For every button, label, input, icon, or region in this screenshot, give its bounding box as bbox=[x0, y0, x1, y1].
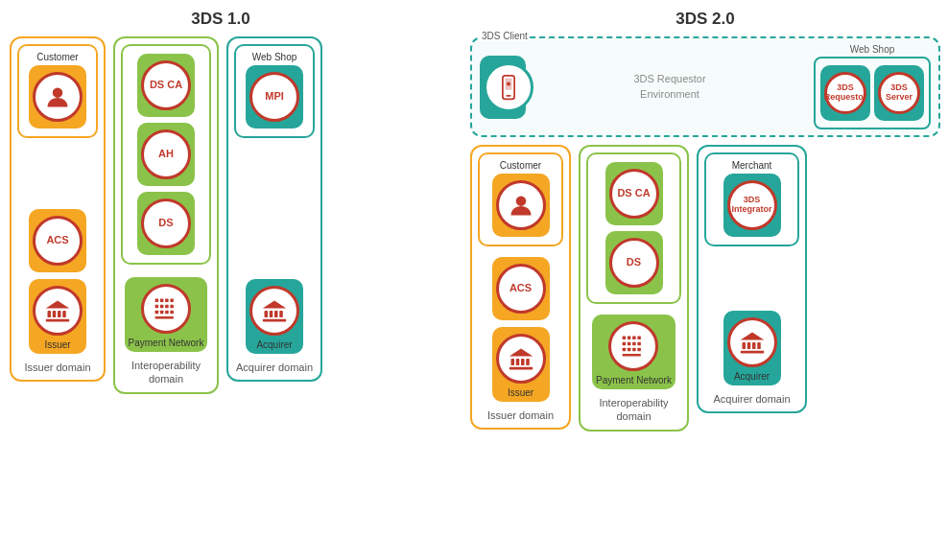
v2-env-label: 3DS Client bbox=[480, 31, 530, 41]
v2-interop-domain: DS CA DS bbox=[579, 145, 689, 432]
v2-integrator-icon: 3DSIntegrator bbox=[727, 180, 777, 230]
v1-interop-domain-label: Interoperability domain bbox=[121, 359, 211, 386]
v2-requestor-icon: 3DSRequestor bbox=[824, 72, 866, 114]
svg-rect-30 bbox=[510, 359, 514, 365]
v2-interop-domain-label: Interoperability domain bbox=[586, 396, 681, 424]
v1-payment-network-icon bbox=[141, 284, 191, 334]
svg-point-0 bbox=[53, 87, 63, 98]
v2-merchant-group: Merchant 3DSIntegrator bbox=[704, 152, 799, 246]
v2-webshop-container: Web Shop 3DSRequestor bbox=[814, 44, 931, 129]
v1-issuer-stack: ACS bbox=[17, 206, 98, 357]
v1-acs-icon-bg: ACS bbox=[29, 209, 86, 272]
v2-dsca-label: DS CA bbox=[617, 187, 650, 199]
v2-dsca-icon-bg: DS CA bbox=[605, 162, 663, 225]
svg-rect-33 bbox=[526, 359, 530, 365]
v1-issuer-text: Issuer bbox=[44, 339, 70, 350]
v2-server-label: 3DSServer bbox=[886, 83, 912, 103]
v1-ds-icon: DS bbox=[141, 198, 191, 248]
svg-marker-25 bbox=[263, 300, 287, 308]
v2-payment-network-label: Payment Network bbox=[596, 375, 672, 385]
svg-marker-54 bbox=[740, 332, 764, 339]
svg-rect-46 bbox=[633, 348, 637, 352]
svg-rect-39 bbox=[638, 337, 642, 340]
svg-rect-42 bbox=[633, 342, 637, 346]
svg-marker-35 bbox=[509, 349, 533, 357]
svg-rect-15 bbox=[155, 311, 159, 315]
svg-marker-6 bbox=[46, 300, 70, 308]
v2-phone-icon bbox=[484, 62, 533, 112]
v2-payment-network-icon bbox=[608, 321, 658, 371]
v2-issuer-domain-label: Issuer domain bbox=[487, 408, 554, 422]
v1-payment-network-icon-bg: Payment Network bbox=[125, 277, 208, 352]
svg-rect-49 bbox=[742, 342, 746, 349]
svg-rect-31 bbox=[515, 359, 519, 365]
v1-issuer-icon bbox=[33, 286, 83, 336]
svg-rect-12 bbox=[160, 305, 164, 309]
svg-rect-23 bbox=[279, 311, 283, 317]
svg-point-29 bbox=[515, 196, 526, 206]
v2-server-col: 3DSServer bbox=[874, 62, 924, 124]
v1-acs-label: ACS bbox=[46, 234, 68, 246]
v1-dsca-label: DS CA bbox=[150, 79, 182, 91]
svg-rect-3 bbox=[58, 311, 61, 317]
v2-issuer-domain: Customer ACS bbox=[470, 145, 571, 430]
v2-webshop-label: Web Shop bbox=[850, 44, 895, 55]
svg-rect-21 bbox=[270, 311, 273, 317]
svg-rect-18 bbox=[170, 311, 174, 315]
v2-acquirer-domain: Merchant 3DSIntegrator bbox=[697, 145, 807, 413]
v2-requestor-icon-bg: 3DSRequestor bbox=[820, 65, 870, 121]
svg-rect-19 bbox=[155, 316, 174, 319]
v1-acquirer-icon-bg: Acquirer bbox=[246, 279, 303, 354]
v1-acquirer-domain-label: Acquirer domain bbox=[236, 361, 313, 374]
v2-webshop-sub: 3DSRequestor 3DSServer bbox=[814, 57, 931, 129]
v2-phone-icon-bg bbox=[480, 56, 526, 119]
v1-webshop-group: Web Shop MPI bbox=[234, 44, 315, 138]
svg-rect-41 bbox=[628, 342, 631, 346]
v2-issuer-icon-bg: Issuer bbox=[492, 327, 550, 402]
v1-ah-icon: AH bbox=[141, 129, 191, 179]
v2-dsca-icon: DS CA bbox=[609, 169, 659, 219]
v2-acs-icon-bg: ACS bbox=[492, 257, 550, 320]
v2-customer-group: Customer bbox=[478, 152, 563, 246]
v1-interop-group: DS CA AH DS bbox=[121, 44, 211, 265]
v1-customer-label: Customer bbox=[36, 52, 78, 62]
svg-rect-10 bbox=[170, 299, 174, 303]
svg-rect-36 bbox=[623, 337, 627, 340]
v1-acquirer-icon bbox=[249, 286, 299, 336]
svg-rect-53 bbox=[740, 350, 764, 353]
svg-rect-2 bbox=[53, 311, 57, 317]
svg-rect-16 bbox=[160, 311, 164, 315]
v1-acquirer-domain: Web Shop MPI bbox=[226, 36, 322, 382]
v1-customer-icon bbox=[33, 72, 83, 122]
v2-merchant-label: Merchant bbox=[732, 160, 772, 171]
v2-integrator-icon-bg: 3DSIntegrator bbox=[723, 174, 781, 237]
v2-acquirer-domain-label: Acquirer domain bbox=[713, 392, 790, 406]
svg-rect-1 bbox=[48, 311, 52, 317]
v2-issuer-text: Issuer bbox=[508, 387, 533, 398]
v1-interop-domain: DS CA AH DS bbox=[113, 36, 219, 394]
v2-requestor-col: 3DSRequestor bbox=[820, 62, 870, 124]
v1-issuer-domain: Customer bbox=[10, 36, 106, 382]
v1-title: 3DS 1.0 bbox=[10, 10, 432, 29]
svg-rect-52 bbox=[757, 342, 761, 349]
svg-rect-38 bbox=[633, 337, 637, 340]
v1-webshop-label: Web Shop bbox=[252, 52, 297, 62]
v2-interop-group: DS CA DS bbox=[586, 152, 681, 304]
v1-ds-label: DS bbox=[158, 217, 173, 229]
v1-ah-label: AH bbox=[158, 148, 174, 160]
v1-payment-network-label: Payment Network bbox=[129, 338, 204, 348]
v1-mpi-label: MPI bbox=[265, 90, 284, 103]
svg-rect-13 bbox=[165, 305, 169, 309]
v1-issuer-domain-label: Issuer domain bbox=[24, 361, 90, 374]
svg-rect-8 bbox=[160, 299, 164, 303]
svg-rect-5 bbox=[46, 318, 70, 321]
v2-requestor-env-label: 3DS RequestorEnvironment bbox=[535, 72, 804, 102]
v2-acquirer-label: Acquirer bbox=[734, 371, 770, 382]
v2-integrator-label: 3DSIntegrator bbox=[731, 196, 771, 215]
v2-env-box: 3DS Client 3DS RequestorEnvironment bbox=[470, 36, 940, 137]
v2-acs-icon: ACS bbox=[496, 264, 546, 314]
v1-mpi-icon-bg: MPI bbox=[246, 65, 303, 128]
v2-columns: Customer ACS bbox=[470, 145, 940, 432]
v1-customer-group: Customer bbox=[17, 44, 98, 138]
svg-rect-9 bbox=[165, 299, 169, 303]
